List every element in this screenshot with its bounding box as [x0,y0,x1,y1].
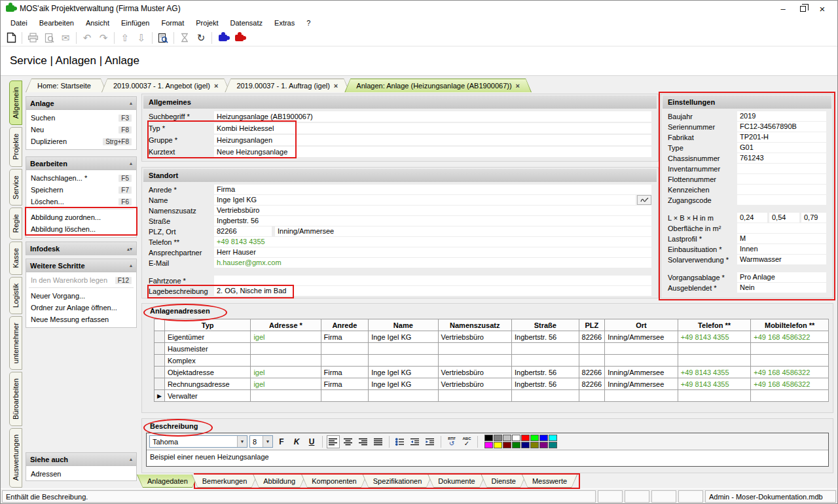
field-value[interactable] [737,195,826,205]
cell-typ[interactable]: Verwalter [164,390,251,402]
document-tab[interactable]: 2019.00037 - 1. Angebot (igel) × [101,79,230,92]
palette-swatch[interactable] [494,435,502,441]
justify-icon[interactable] [372,435,385,448]
field-value-2[interactable]: 0,54 [769,213,799,223]
field-value[interactable]: 2019 [737,111,826,121]
panel-item[interactable]: Neuer Vorgang... [26,290,136,302]
menu-item[interactable]: Einfügen [115,18,155,28]
panel-item[interactable]: SuchenF3 [26,112,136,124]
module-tab[interactable]: unternehmer [9,316,22,370]
close-button[interactable]: × [812,1,832,16]
new-document-icon[interactable] [3,31,19,45]
document-tab[interactable]: Anlagen: Anlage (Heizungsanlage (AB19000… [344,79,532,92]
cell-adresse[interactable]: igel [251,331,321,343]
cell-mobiltelefon[interactable] [751,390,829,402]
cell-ort[interactable]: Inning/Ammersee [605,367,678,378]
move-down-icon[interactable]: ⇩ [134,31,149,45]
cell-ort[interactable]: Inning/Ammersee [605,331,678,343]
cell-plz[interactable] [579,343,605,355]
indent-icon[interactable] [424,435,437,448]
module-blue-icon[interactable] [215,31,230,45]
palette-swatch[interactable] [484,435,493,441]
cell-namenszusatz[interactable]: Vertriebsbüro [438,331,512,343]
palette-swatch[interactable] [539,435,548,441]
panel-item[interactable]: SpeichernF7 [26,184,136,196]
column-header[interactable] [155,319,165,331]
align-left-icon[interactable] [327,435,340,448]
module-tab[interactable]: Allgemein [9,81,22,125]
cell-ort[interactable] [605,343,678,355]
panel-item[interactable]: Ordner zur Anlage öffnen... [26,302,136,314]
collapse-icon[interactable]: ▴ [130,160,132,166]
column-header[interactable]: Adresse * [251,319,321,331]
module-tab[interactable]: Projekte [9,127,22,166]
field-value[interactable]: 82266 [214,226,272,236]
panel-item[interactable]: Abbildung zuordnen... [26,211,136,223]
cell-typ[interactable]: Objektadresse [164,367,251,378]
cell-adresse[interactable] [251,355,321,367]
menu-item[interactable]: ? [301,18,316,28]
cell-mobiltelefon[interactable]: +49 168 4586322 [751,367,829,378]
cell-ort[interactable] [605,390,678,402]
mail-icon[interactable]: ✉ [58,31,73,45]
palette-swatch[interactable] [484,442,493,448]
field-value[interactable]: 761243 [737,153,826,163]
cell-strasse[interactable] [512,390,579,402]
row-selector[interactable] [155,378,165,390]
collapse-icon[interactable]: ▴ [130,456,132,462]
cell-name[interactable]: Inge Igel KG [369,367,438,378]
cell-telefon[interactable] [678,355,751,367]
panel-item[interactable]: Löschen...F6 [26,196,136,207]
font-family-select[interactable]: Tahoma ▼ [149,435,247,448]
module-tab[interactable]: Service [9,169,22,206]
field-value[interactable]: 2. OG, Nische im Bad [214,286,651,296]
palette-swatch[interactable] [503,435,511,441]
panel-item[interactable]: Abbildung löschen... [26,223,136,235]
document-tab[interactable]: 2019.00037 - 1. Auftrag (igel) × [225,79,350,92]
cell-typ[interactable]: Hausmeister [164,343,251,355]
bullet-list-icon[interactable] [393,435,407,448]
palette-swatch[interactable] [521,435,530,441]
panel-weitere-header[interactable]: Weitere Schritte ▴ [26,259,136,272]
cell-plz[interactable] [579,390,605,402]
cell-plz[interactable] [579,355,605,367]
row-selector[interactable] [155,331,165,343]
module-red-icon[interactable] [231,31,247,45]
field-value[interactable]: Inge Igel KG [214,195,636,205]
detail-tab[interactable]: Bemerkungen [192,475,258,488]
cell-name[interactable] [369,355,438,367]
row-selector[interactable] [155,343,165,355]
field-value[interactable]: Vertriebsbüro [214,206,651,215]
cell-mobiltelefon[interactable]: +49 168 4586322 [751,378,829,390]
underline-button[interactable]: U [305,435,318,448]
print-preview-icon[interactable] [41,31,57,45]
panel-siehe-header[interactable]: Siehe auch ▴ [26,453,136,466]
palette-swatch[interactable] [530,442,539,448]
cell-telefon[interactable]: +49 8143 4355 [678,367,751,378]
field-value[interactable]: Neue Heizungsanlage [214,147,651,157]
tab-close-icon[interactable]: × [214,82,218,90]
cell-name[interactable]: Inge Igel KG [369,331,438,343]
cell-name[interactable] [369,343,438,355]
cell-ort[interactable] [605,355,678,367]
column-header[interactable]: Telefon ** [678,319,751,331]
field-value[interactable] [737,164,826,173]
cell-mobiltelefon[interactable]: +49 168 4586322 [751,331,829,343]
detail-tab[interactable]: Spezifikationen [363,475,433,488]
column-header[interactable]: Ort [605,319,678,331]
cell-strasse[interactable] [512,343,579,355]
cell-plz[interactable]: 82266 [579,331,605,343]
cell-adresse[interactable]: igel [251,367,321,378]
cell-plz[interactable]: 82266 [579,378,605,390]
cell-namenszusatz[interactable] [438,343,512,355]
palette-swatch[interactable] [503,442,511,448]
palette-swatch[interactable] [512,435,520,441]
cell-typ[interactable]: Rechnungsadresse [164,378,251,390]
menu-item[interactable]: Format [155,18,190,28]
field-value[interactable]: G01 [737,143,826,153]
palette-swatch[interactable] [512,442,520,448]
edit-name-button[interactable] [637,195,651,205]
cell-namenszusatz[interactable] [438,390,512,402]
collapse-icon[interactable]: ▴ [130,262,132,268]
field-value[interactable]: Herr Hauser [214,247,651,257]
